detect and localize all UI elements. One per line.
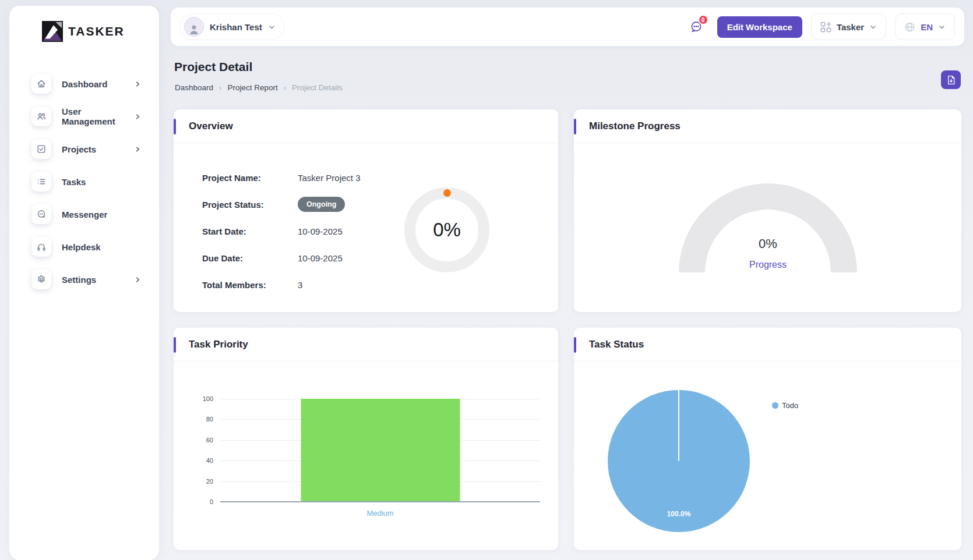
milestone-progress-card: Milestone Progress 0% Progress [574,109,961,312]
bar-chart: 100 80 60 40 20 0 Medium [220,399,540,502]
overview-row-project-name: Project Name: Tasker Project 3 [202,164,361,191]
field-value: 10-09-2025 [298,226,343,236]
sidebar-item-label: Helpdesk [62,242,101,252]
sidebar-item-label: User Management [62,107,134,126]
language-selector[interactable]: EN [895,13,955,40]
chevron-right-icon [134,113,142,120]
pie-chart: 100.0% [608,390,750,532]
sidebar-item-projects[interactable]: Projects [9,133,159,165]
milestone-card-header: Milestone Progress [574,109,961,143]
y-axis-tick: 80 [206,416,213,423]
field-label: Start Date: [202,226,298,236]
user-menu[interactable]: Krishan Test [180,13,284,40]
y-axis-tick: 60 [206,437,213,444]
breadcrumb-separator: › [284,83,286,92]
field-label: Project Status: [202,200,298,210]
workspace-name: Tasker [837,22,864,32]
overview-row-total-members: Total Members: 3 [202,271,361,298]
y-axis-tick: 20 [206,478,213,485]
project-progress-donut: 0% [404,187,489,272]
settings-icon [31,270,51,289]
breadcrumb-project-details: Project Details [292,83,343,92]
y-axis-tick: 40 [206,457,213,464]
task-status-card-body: 100.0% Todo [574,361,961,550]
field-label: Project Name: [202,173,298,183]
project-progress-percent: 0% [404,187,489,272]
sidebar-item-label: Tasks [62,177,86,187]
legend-dot [772,402,778,409]
field-label: Due Date: [202,253,298,263]
sidebar-item-label: Messenger [62,210,107,219]
task-priority-card-header: Task Priority [174,328,558,361]
sidebar-nav: Dashboard User Management Projects [9,68,159,296]
brand-logo[interactable]: TASKER [9,6,159,42]
workspace-grid-icon [820,22,831,33]
chevron-right-icon [134,146,142,153]
milestone-gauge: 0% Progress [679,183,857,272]
sidebar-item-label: Settings [62,275,96,285]
sidebar-item-settings[interactable]: Settings [9,263,159,296]
sidebar-item-user-management[interactable]: User Management [9,100,159,133]
sidebar-item-label: Projects [62,144,96,154]
tasker-logo-icon [42,21,63,42]
sidebar-item-helpdesk[interactable]: Helpdesk [9,231,159,263]
milestone-caption: Progress [679,260,857,270]
workspace-selector[interactable]: Tasker [811,13,886,40]
field-label: Total Members: [202,280,298,290]
users-icon [31,107,51,126]
task-status-title: Task Status [589,339,644,350]
breadcrumb-project-report[interactable]: Project Report [227,83,277,92]
status-badge: Ongoing [298,197,345,212]
overview-card-body: Project Name: Tasker Project 3 Project S… [174,143,558,312]
milestone-percent: 0% [679,236,857,251]
field-value: 3 [298,280,302,290]
sidebar: TASKER Dashboard User Management Pr [9,6,159,560]
sidebar-item-messenger[interactable]: Messenger [9,198,159,231]
sidebar-item-dashboard[interactable]: Dashboard [9,68,159,100]
sidebar-item-tasks[interactable]: Tasks [9,165,159,198]
card-accent-bar [174,337,176,353]
helpdesk-icon [31,237,51,257]
file-export-icon [946,75,956,85]
export-report-button[interactable] [941,70,961,89]
user-name: Krishan Test [210,22,262,32]
legend-label: Todo [782,401,798,410]
avatar [184,17,204,37]
brand-name: TASKER [68,24,125,38]
y-axis-tick: 0 [210,498,213,505]
overview-card-header: Overview [174,109,558,143]
messages-button[interactable]: 0 [684,15,708,39]
x-axis-line [220,501,540,502]
task-status-card: Task Status 100.0% Todo [574,328,961,550]
chevron-right-icon [134,276,142,283]
card-accent-bar [574,119,576,134]
pie-slice-label: 100.0% [667,510,691,518]
breadcrumb: Dashboard › Project Report › Project Det… [175,83,343,92]
card-accent-bar [174,119,176,134]
field-value: Tasker Project 3 [298,173,361,183]
chevron-down-icon [869,23,877,31]
legend-item-todo[interactable]: Todo [772,401,798,410]
chevron-down-icon [268,23,276,31]
page-title: Project Detail [174,60,252,74]
breadcrumb-dashboard[interactable]: Dashboard [175,83,213,92]
milestone-title: Milestone Progress [589,120,681,132]
overview-title: Overview [189,120,233,132]
task-priority-title: Task Priority [189,339,248,350]
field-value: 10-09-2025 [298,253,343,263]
overview-card: Overview Project Name: Tasker Project 3 … [174,109,558,312]
x-axis-category-label: Medium [366,509,393,518]
bar-medium [301,399,460,502]
sidebar-item-label: Dashboard [62,79,107,89]
topbar-actions: 0 Edit Workspace Tasker EN [684,13,955,40]
chevron-down-icon [938,23,946,31]
messenger-icon [31,204,51,224]
edit-workspace-button[interactable]: Edit Workspace [717,16,802,38]
tasks-icon [31,172,51,192]
home-icon [31,74,51,94]
task-status-card-header: Task Status [574,328,961,361]
overview-fields: Project Name: Tasker Project 3 Project S… [202,164,361,298]
chevron-right-icon [134,80,142,88]
task-priority-card: Task Priority 100 80 60 40 20 0 Medium [174,328,558,550]
pie-slice-border [678,390,679,461]
